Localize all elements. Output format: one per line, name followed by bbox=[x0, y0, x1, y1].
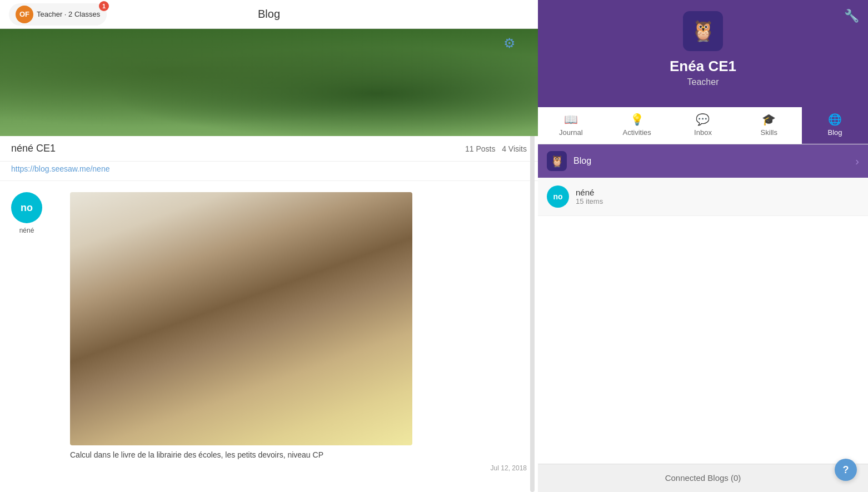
blog-info-bar: néné CE1 11 Posts 4 Visits bbox=[0, 136, 538, 162]
connected-blogs-label: Connected Blogs (0) bbox=[665, 473, 741, 483]
teacher-label: Teacher · 2 Classes bbox=[37, 10, 100, 18]
blog-section-owl: 🦉 bbox=[547, 151, 567, 171]
blog-stats: 11 Posts 4 Visits bbox=[465, 144, 527, 153]
blog-content: ⚙ néné CE1 11 Posts 4 Visits https://blo… bbox=[0, 29, 538, 492]
tab-blog[interactable]: 🌐 Blog bbox=[802, 107, 868, 144]
journal-icon: 📖 bbox=[564, 113, 578, 126]
activities-icon: 💡 bbox=[630, 113, 644, 126]
post-author: no néné bbox=[11, 192, 42, 472]
right-header: 🔧 🦉 Enéa CE1 Teacher bbox=[538, 0, 868, 107]
author-avatar: no bbox=[11, 192, 42, 223]
notification-badge: 1 bbox=[99, 1, 109, 11]
blog-url-link[interactable]: https://blog.seesaw.me/nene bbox=[11, 164, 109, 173]
hero-image: ⚙ bbox=[0, 29, 538, 136]
blog-section-header: 🦉 Blog › bbox=[538, 144, 868, 178]
class-name: Enéa CE1 bbox=[670, 58, 736, 75]
tab-blog-label: Blog bbox=[828, 128, 842, 137]
post-image-inner bbox=[70, 192, 412, 445]
tab-skills-label: Skills bbox=[761, 128, 777, 137]
blog-url-section: https://blog.seesaw.me/nene bbox=[0, 162, 538, 181]
student-items: 15 items bbox=[576, 197, 859, 205]
author-name: néné bbox=[19, 227, 34, 234]
post-content: Calcul dans le livre de la librairie des… bbox=[53, 192, 527, 472]
connected-blogs[interactable]: Connected Blogs (0) bbox=[538, 464, 868, 492]
blog-student-name: néné CE1 bbox=[11, 143, 56, 154]
top-header: OF Teacher · 2 Classes 1 Blog bbox=[0, 0, 538, 29]
blog-post: no néné Calcul dans le livre de la libra… bbox=[0, 181, 538, 483]
tab-inbox-label: Inbox bbox=[694, 128, 712, 137]
left-panel: OF Teacher · 2 Classes 1 Blog ⚙ néné CE1… bbox=[0, 0, 538, 492]
student-info: néné 15 items bbox=[576, 188, 859, 205]
student-avatar: no bbox=[547, 185, 569, 208]
owl-avatar: 🦉 bbox=[683, 11, 723, 51]
hero-image-inner bbox=[0, 29, 538, 136]
tab-journal[interactable]: 📖 Journal bbox=[538, 107, 604, 144]
blog-icon: 🌐 bbox=[828, 113, 842, 126]
right-panel: 🔧 🦉 Enéa CE1 Teacher 📖 Journal 💡 Activit… bbox=[538, 0, 868, 492]
inbox-icon: 💬 bbox=[696, 113, 710, 126]
page-title: Blog bbox=[258, 8, 280, 21]
chevron-right-icon: › bbox=[855, 155, 859, 168]
blog-section-title: Blog bbox=[573, 156, 849, 166]
tab-skills[interactable]: 🎓 Skills bbox=[736, 107, 802, 144]
tab-activities[interactable]: 💡 Activities bbox=[604, 107, 670, 144]
tab-activities-label: Activities bbox=[623, 128, 651, 137]
skills-icon: 🎓 bbox=[762, 113, 776, 126]
help-button[interactable]: ? bbox=[835, 459, 857, 481]
student-name: néné bbox=[576, 188, 859, 197]
post-image bbox=[70, 192, 412, 445]
teacher-initials: OF bbox=[19, 10, 29, 18]
student-list-item[interactable]: no néné 15 items bbox=[538, 178, 868, 216]
class-role: Teacher bbox=[687, 77, 719, 87]
post-caption: Calcul dans le livre de la librairie des… bbox=[70, 450, 527, 461]
settings-icon[interactable]: ⚙ bbox=[503, 36, 516, 51]
teacher-avatar: OF bbox=[16, 6, 33, 23]
teacher-badge[interactable]: OF Teacher · 2 Classes 1 bbox=[9, 3, 107, 26]
tab-inbox[interactable]: 💬 Inbox bbox=[670, 107, 736, 144]
blog-section: 🦉 Blog › no néné 15 items Connected Blog… bbox=[538, 144, 868, 492]
wrench-icon[interactable]: 🔧 bbox=[844, 9, 859, 23]
nav-tabs: 📖 Journal 💡 Activities 💬 Inbox 🎓 Skills … bbox=[538, 107, 868, 144]
post-date: Jul 12, 2018 bbox=[53, 464, 527, 472]
tab-journal-label: Journal bbox=[559, 128, 583, 137]
